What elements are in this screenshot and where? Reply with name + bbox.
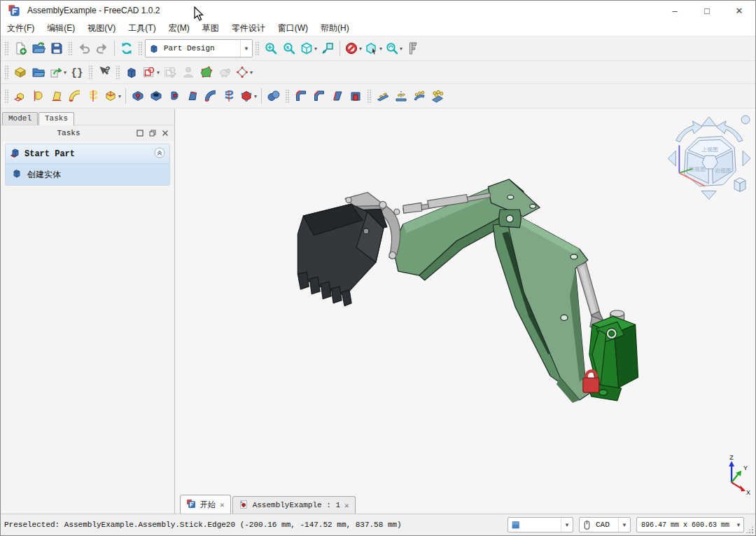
- view-isometric-button[interactable]: ▾: [298, 39, 318, 57]
- multitransform-button[interactable]: [428, 87, 447, 105]
- boolean-button[interactable]: [265, 87, 283, 105]
- toolbar-grip[interactable]: [367, 89, 372, 103]
- 3d-viewport[interactable]: 上视图 前视图 右视图: [175, 109, 755, 514]
- status-message: Preselected: AssemblyExample.Assembly.St…: [4, 521, 402, 529]
- open-document-button[interactable]: [29, 39, 48, 57]
- menu-item-5[interactable]: 宏(M): [162, 21, 196, 36]
- draft-button[interactable]: [328, 87, 346, 105]
- view-select-cube-button[interactable]: ▾: [363, 39, 384, 57]
- toolbar-grip[interactable]: [4, 41, 9, 55]
- menu-item-2[interactable]: 编辑(E): [41, 21, 81, 36]
- additive-primitive-button[interactable]: ▾: [102, 87, 122, 105]
- undo-button[interactable]: [75, 39, 93, 57]
- save-document-button[interactable]: [48, 39, 66, 57]
- clip-plane-button[interactable]: ▾: [343, 39, 363, 57]
- create-solid-task-item[interactable]: 创建实体: [6, 164, 169, 185]
- toolbar-separator: [261, 88, 262, 104]
- revolution-button[interactable]: [29, 87, 48, 105]
- toolbar-grip[interactable]: [255, 41, 260, 55]
- validate-sketch-button[interactable]: ▾: [234, 63, 254, 81]
- render-style-select[interactable]: ▼: [507, 517, 573, 532]
- pocket-button[interactable]: [129, 87, 147, 105]
- mdi-tab-2[interactable]: AssemblyExample : 1✕: [232, 496, 356, 514]
- navigation-style-select[interactable]: CAD ▼: [579, 517, 631, 532]
- toolbar-grip[interactable]: [4, 65, 9, 79]
- groove-button[interactable]: [165, 87, 183, 105]
- dropdown-arrow-icon: ▾: [359, 46, 362, 52]
- refresh-button[interactable]: [118, 39, 136, 57]
- hole-button[interactable]: [147, 87, 165, 105]
- workbench-selector[interactable]: Part Design▼: [145, 39, 253, 57]
- panel-tab-tasks[interactable]: Tasks: [38, 112, 74, 125]
- measure-button[interactable]: [404, 39, 422, 57]
- section-title: Start Part: [24, 149, 154, 159]
- std-part-button[interactable]: [11, 63, 29, 81]
- combo-view-panel: ModelTasks Tasks: [1, 109, 175, 514]
- redo-button[interactable]: [93, 39, 111, 57]
- collapse-section-icon[interactable]: [154, 147, 165, 161]
- mouse-icon: [582, 520, 592, 530]
- menu-item-4[interactable]: 工具(T): [122, 21, 162, 36]
- view-select-cube-icon: [365, 41, 379, 55]
- pad-button[interactable]: [11, 87, 29, 105]
- minimize-button[interactable]: –: [659, 1, 691, 20]
- additive-pipe-button[interactable]: [66, 87, 84, 105]
- menu-item-9[interactable]: 帮助(H): [314, 21, 356, 36]
- close-button[interactable]: ✕: [723, 1, 755, 20]
- draw-style-button[interactable]: [318, 39, 337, 57]
- group-button[interactable]: [29, 63, 48, 81]
- tab-close-icon[interactable]: ✕: [344, 501, 349, 510]
- chamfer-button[interactable]: [310, 87, 328, 105]
- start-part-section-header[interactable]: Start Part: [6, 144, 169, 164]
- mirrored-button[interactable]: [392, 87, 410, 105]
- zoom-selection-button[interactable]: [280, 39, 298, 57]
- additive-helix-button[interactable]: [84, 87, 102, 105]
- tab-close-icon[interactable]: ✕: [220, 500, 225, 509]
- menu-item-3[interactable]: 视图(V): [81, 21, 122, 36]
- create-body-button[interactable]: [122, 63, 141, 81]
- dock-close-icon[interactable]: [162, 130, 169, 137]
- additive-loft-button[interactable]: [48, 87, 66, 105]
- panel-tab-model[interactable]: Model: [2, 112, 38, 125]
- window-controls: – □ ✕: [659, 1, 755, 20]
- subtractive-pipe-button[interactable]: [202, 87, 220, 105]
- mdi-tab-label: 开始: [200, 500, 216, 510]
- toolbar-grip[interactable]: [115, 65, 120, 79]
- toolbar-grip[interactable]: [68, 41, 73, 55]
- zoom-fit-button[interactable]: [262, 39, 280, 57]
- view-dimensions-select[interactable]: 896.47 mm x 600.63 mm ▼: [636, 517, 744, 532]
- toolbar-separator: [340, 41, 340, 56]
- subtractive-helix-button[interactable]: [220, 87, 238, 105]
- dock-float-icon[interactable]: [149, 130, 156, 137]
- new-document-button[interactable]: [11, 39, 29, 57]
- polar-pattern-button[interactable]: [410, 87, 428, 105]
- toolbar-grip[interactable]: [4, 89, 9, 103]
- groove-icon: [167, 89, 181, 103]
- toolbar-grip[interactable]: [138, 41, 143, 55]
- dropdown-arrow-icon: ▾: [314, 46, 317, 52]
- maximize-button[interactable]: □: [691, 1, 723, 20]
- map-sketch-button[interactable]: [197, 63, 216, 81]
- zoom-tool-button[interactable]: ▾: [384, 39, 404, 57]
- dock-minimize-icon[interactable]: [136, 130, 144, 137]
- refresh-icon: [120, 41, 134, 55]
- linear-pattern-button[interactable]: [374, 87, 392, 105]
- toolbar-grip[interactable]: [88, 65, 93, 79]
- menu-item-7[interactable]: 零件设计: [225, 21, 272, 36]
- whats-this-button[interactable]: ?: [95, 63, 113, 81]
- toolbar-grip[interactable]: [285, 89, 290, 103]
- subtractive-primitive-button[interactable]: ▾: [238, 87, 258, 105]
- subtractive-loft-button[interactable]: [183, 87, 202, 105]
- fillet-button[interactable]: [292, 87, 310, 105]
- thickness-button[interactable]: [346, 87, 365, 105]
- menu-item-1[interactable]: 文件(F): [1, 21, 41, 36]
- create-sketch-button[interactable]: ▾: [141, 63, 161, 81]
- make-link-button[interactable]: ▾: [48, 63, 68, 81]
- dropdown-arrow-icon: ▾: [64, 69, 66, 76]
- menu-item-8[interactable]: 窗口(W): [272, 21, 314, 36]
- navcube-mini-cube-icon: [734, 178, 746, 192]
- mdi-tab-1[interactable]: 开始✕: [180, 495, 231, 514]
- edit-sketch-button: [161, 63, 179, 81]
- dropdown-arrow-icon: ▾: [400, 46, 402, 52]
- expression-button[interactable]: {}: [68, 63, 86, 81]
